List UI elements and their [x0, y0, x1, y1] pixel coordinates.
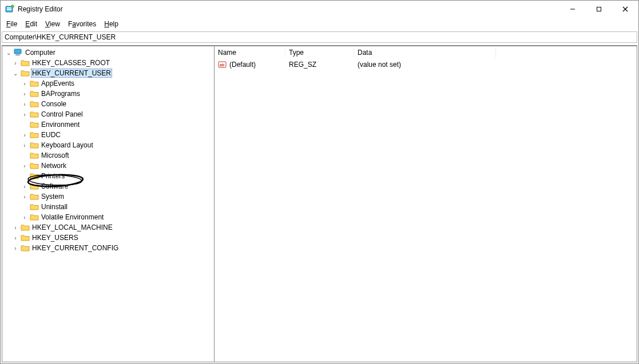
folder-icon	[30, 110, 39, 118]
tree-subkey[interactable]: › Console	[21, 99, 214, 109]
chevron-right-icon[interactable]: ›	[21, 132, 29, 138]
folder-icon	[30, 131, 39, 139]
svg-rect-5	[597, 7, 601, 11]
menu-edit[interactable]: Edit	[22, 19, 41, 29]
tree-subkey[interactable]: › Network	[21, 161, 214, 171]
reg-string-icon: ab	[218, 61, 227, 69]
chevron-right-icon[interactable]: ›	[21, 214, 29, 221]
tree-node-label: Microsoft	[40, 151, 70, 159]
chevron-right-icon[interactable]: ›	[21, 194, 29, 200]
chevron-down-icon[interactable]: ⌄	[5, 50, 13, 56]
tree-subkey[interactable]: › AppEvents	[21, 78, 214, 89]
chevron-right-icon[interactable]: ›	[21, 81, 29, 87]
tree-pane[interactable]: ⌄ Computer › HKEY_CLASSES_ROOT	[2, 46, 215, 362]
chevron-right-icon[interactable]: ›	[11, 235, 19, 241]
tree-root-computer[interactable]: ⌄ Computer	[2, 47, 214, 58]
tree-node-label: Keyboard Layout	[40, 141, 94, 149]
list-header[interactable]: Name Type Data	[215, 46, 637, 59]
menu-bar: File Edit View Favorites Help	[1, 18, 638, 30]
tree-node-label: HKEY_CURRENT_USER	[31, 69, 112, 78]
folder-icon	[30, 193, 39, 201]
title-bar: Registry Editor	[1, 1, 638, 18]
minimize-button[interactable]	[559, 1, 586, 18]
chevron-right-icon[interactable]: ›	[11, 225, 19, 231]
tree-subkey[interactable]: › BAPrograms	[21, 89, 214, 99]
chevron-down-icon[interactable]: ⌄	[11, 70, 19, 77]
tree-hive-classes-root[interactable]: › HKEY_CLASSES_ROOT	[11, 58, 214, 68]
tree-node-label: HKEY_CLASSES_ROOT	[31, 59, 111, 67]
tree-node-label: HKEY_LOCAL_MACHINE	[31, 223, 114, 231]
folder-icon	[30, 182, 39, 190]
chevron-right-icon[interactable]: ›	[21, 111, 29, 118]
tree-node-label: System	[40, 193, 65, 201]
tree-node-label: Volatile Environment	[40, 213, 105, 221]
chevron-right-icon[interactable]: ›	[11, 60, 19, 66]
folder-icon	[21, 69, 30, 77]
tree-node-label: EUDC	[40, 131, 62, 139]
folder-icon	[30, 79, 39, 87]
tree-hive-current-config[interactable]: › HKEY_CURRENT_CONFIG	[11, 243, 214, 253]
svg-rect-8	[14, 49, 21, 54]
svg-point-3	[11, 5, 14, 7]
tree-hive-users[interactable]: › HKEY_USERS	[11, 233, 214, 243]
folder-icon	[30, 162, 39, 170]
value-name-cell: ab (Default)	[215, 61, 285, 69]
tree-node-label: Console	[40, 100, 68, 108]
chevron-right-icon[interactable]: ›	[21, 183, 29, 190]
tree-node-label: HKEY_USERS	[31, 234, 80, 242]
chevron-right-icon[interactable]: ›	[21, 91, 29, 97]
tree-hive-current-user[interactable]: ⌄ HKEY_CURRENT_USER	[11, 68, 214, 78]
tree-subkey[interactable]: › EUDC	[21, 130, 214, 140]
chevron-right-icon[interactable]: ›	[21, 101, 29, 107]
tree-node-label: Software	[40, 182, 69, 190]
value-type-cell: REG_SZ	[285, 61, 354, 69]
col-data[interactable]: Data	[354, 47, 496, 58]
tree-hive-local-machine[interactable]: › HKEY_LOCAL_MACHINE	[11, 222, 214, 233]
svg-text:ab: ab	[220, 63, 224, 67]
menu-file[interactable]: File	[3, 19, 21, 29]
menu-view[interactable]: View	[42, 19, 63, 29]
list-body[interactable]: ab (Default) REG_SZ (value not set)	[215, 59, 637, 362]
window-controls	[559, 1, 638, 18]
list-row[interactable]: ab (Default) REG_SZ (value not set)	[215, 59, 637, 70]
svg-rect-2	[7, 9, 11, 10]
folder-icon	[30, 100, 39, 108]
value-data-cell: (value not set)	[354, 61, 637, 69]
split-pane: ⌄ Computer › HKEY_CLASSES_ROOT	[2, 45, 637, 362]
tree-node-label: BAPrograms	[40, 90, 81, 98]
svg-rect-9	[16, 54, 19, 55]
col-name[interactable]: Name	[215, 47, 285, 58]
tree-node-label: Control Panel	[40, 110, 84, 118]
close-button[interactable]	[612, 1, 638, 18]
tree-subkey[interactable]: › System	[21, 191, 214, 202]
tree-node-label: AppEvents	[40, 79, 76, 87]
list-pane: Name Type Data ab (Default) REG_SZ (valu…	[215, 46, 637, 362]
maximize-button[interactable]	[586, 1, 612, 18]
tree-node-label: Computer	[24, 49, 57, 57]
folder-icon	[30, 90, 39, 98]
address-bar[interactable]: Computer\HKEY_CURRENT_USER	[2, 31, 637, 43]
chevron-right-icon[interactable]: ›	[11, 245, 19, 251]
tree-subkey[interactable]: › Control Panel	[21, 109, 214, 119]
tree-subkey[interactable]: Microsoft	[21, 150, 214, 161]
window-title: Registry Editor	[18, 5, 559, 13]
menu-help[interactable]: Help	[101, 19, 122, 29]
tree-subkey[interactable]: › Volatile Environment	[21, 212, 214, 222]
folder-icon	[30, 121, 39, 129]
folder-icon	[30, 213, 39, 221]
computer-icon	[14, 49, 23, 57]
tree-subkey[interactable]: Printers	[21, 171, 214, 181]
chevron-right-icon[interactable]: ›	[21, 142, 29, 149]
tree-subkey[interactable]: Uninstall	[21, 202, 214, 212]
menu-favorites[interactable]: Favorites	[65, 19, 100, 29]
tree-node-label: Network	[40, 162, 68, 170]
tree-subkey[interactable]: › Software	[21, 181, 214, 191]
tree-subkey[interactable]: › Keyboard Layout	[21, 140, 214, 150]
folder-icon	[21, 244, 30, 252]
tree-node-label: Printers	[40, 172, 66, 180]
folder-icon	[21, 59, 30, 67]
tree-node-label: HKEY_CURRENT_CONFIG	[31, 244, 120, 252]
tree-subkey[interactable]: Environment	[21, 119, 214, 130]
col-type[interactable]: Type	[285, 47, 354, 58]
chevron-right-icon[interactable]: ›	[21, 163, 29, 169]
